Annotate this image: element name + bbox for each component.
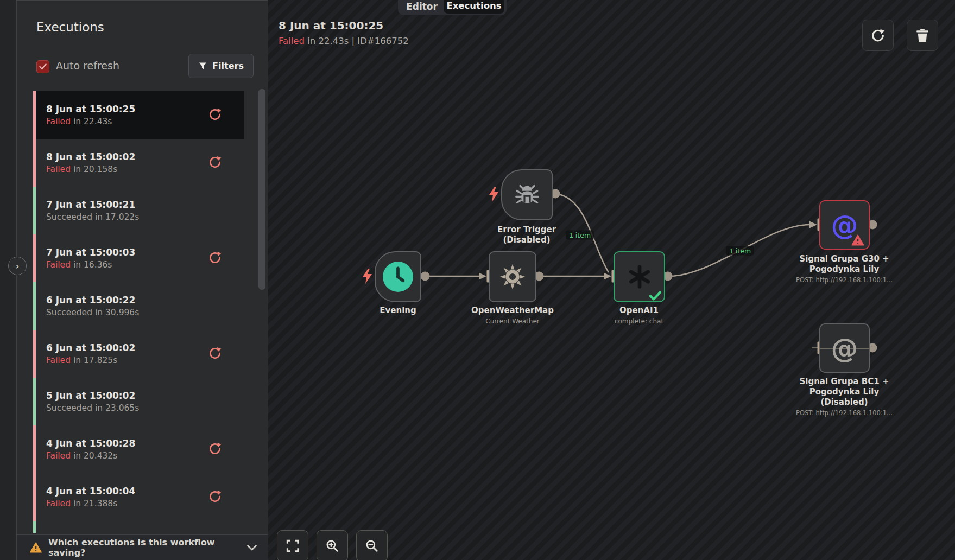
node-openweathermap[interactable] [489, 251, 536, 302]
execution-status-strip [33, 521, 36, 533]
at-sign-icon: @ [831, 212, 858, 239]
sidebar-footer[interactable]: Which executions is this workflow saving… [17, 534, 268, 560]
retry-execution-button[interactable] [208, 489, 222, 505]
sidebar-scrollbar[interactable] [258, 89, 265, 290]
editor-executions-tabbar: Editor Executions [398, 0, 507, 15]
execution-list-item[interactable]: 4 Jun at 15:00:04Failed in 21.388s [33, 473, 244, 521]
execution-status-strip [33, 425, 36, 473]
node-signal-g30[interactable]: @ [819, 200, 870, 250]
trigger-bolt-icon [361, 268, 374, 284]
node-disabled-tag: (Disabled) [796, 397, 893, 408]
execution-item-text: 7 Jun at 15:00:03Failed in 16.36s [33, 246, 135, 271]
label-signal-bc1: Signal Grupa BC1 + Pogodynka Lily (Disab… [796, 377, 893, 417]
filters-button[interactable]: Filters [188, 54, 254, 78]
execution-date: 7 Jun at 15:00:21 [46, 199, 139, 211]
retry-execution-button[interactable] [208, 251, 222, 266]
execution-status: Succeeded in 17.022s [46, 212, 139, 223]
execution-status: Failed in 21.388s [46, 498, 135, 510]
sidebar-title: Executions [36, 20, 104, 34]
executions-list: 8 Jun at 15:00:25Failed in 22.43s8 Jun a… [33, 91, 244, 533]
execution-list-item[interactable]: 8 Jun at 15:00:02Failed in 20.158s [33, 139, 244, 187]
execution-list-item[interactable]: 7 Jun at 15:00:03Failed in 16.36s [33, 234, 244, 282]
execution-status-strip [33, 234, 36, 282]
run-duration-id: in 22.43s | ID#166752 [307, 36, 409, 46]
bug-icon [515, 182, 540, 207]
node-name: Signal Grupa BC1 + [796, 377, 893, 387]
refresh-execution-button[interactable] [862, 20, 894, 51]
check-icon [39, 63, 47, 70]
node-name-line2: Pogodynka Lily [796, 387, 893, 397]
filter-funnel-icon [198, 61, 207, 71]
zoom-out-button[interactable] [356, 530, 388, 560]
execution-status: Failed in 20.158s [46, 164, 135, 175]
retry-execution-button[interactable] [208, 107, 222, 123]
retry-icon [208, 155, 222, 169]
node-name: OpenAI1 [615, 306, 663, 316]
retry-icon [208, 346, 222, 360]
execution-date: 4 Jun at 15:00:28 [46, 437, 135, 449]
execution-list-item[interactable]: 7 Jun at 15:00:21Succeeded in 17.022s [33, 187, 244, 234]
sun-icon [499, 263, 526, 290]
execution-item-text: 6 Jun at 15:00:02Failed in 17.825s [33, 342, 135, 366]
execution-list-item[interactable]: 4 Jun at 15:00:28Failed in 20.432s [33, 425, 244, 473]
execution-list-item[interactable]: 8 Jun at 15:00:25Failed in 22.43s [33, 91, 244, 139]
label-openai: OpenAI1 complete: chat [615, 306, 663, 325]
label-signal-g30: Signal Grupa G30 + Pogodynka Lily POST: … [796, 254, 893, 284]
clock-icon [383, 262, 413, 292]
execution-date: 8 Jun at 15:00:25 [46, 103, 135, 115]
execution-date: 7 Jun at 15:00:03 [46, 246, 135, 258]
node-operation: POST: http://192.168.1.100:1... [796, 409, 893, 417]
auto-refresh-checkbox[interactable] [36, 60, 49, 73]
node-openai[interactable] [614, 251, 665, 302]
execution-item-text: 6 Jun at 15:00:22Succeeded in 30.996s [33, 294, 139, 319]
trash-icon [916, 28, 929, 42]
execution-item-text: 7 Jun at 15:00:21Succeeded in 17.022s [33, 199, 139, 223]
execution-status-strip [33, 91, 36, 139]
zoom-in-icon [325, 539, 339, 553]
tab-editor[interactable]: Editor [400, 1, 444, 12]
execution-status-strip [33, 330, 36, 378]
node-operation: POST: http://192.168.1.100:1... [796, 276, 893, 284]
tab-executions[interactable]: Executions [444, 0, 504, 14]
node-disabled-tag: (Disabled) [497, 235, 556, 245]
run-title: 8 Jun at 15:00:25 [279, 18, 409, 33]
execution-status: Failed in 22.43s [46, 116, 135, 128]
execution-list-item[interactable]: 5 Jun at 15:00:02Succeeded in 23.065s [33, 378, 244, 425]
run-subtitle: Failed in 22.43s | ID#166752 [279, 36, 409, 46]
execution-list-item[interactable]: 6 Jun at 15:00:22Succeeded in 30.996s [33, 282, 244, 330]
execution-status: Failed in 20.432s [46, 450, 135, 462]
fit-view-button[interactable] [277, 530, 308, 560]
execution-item-text: 4 Jun at 15:00:28Failed in 20.432s [33, 437, 135, 462]
node-signal-bc1[interactable]: @ [819, 323, 870, 373]
warning-icon [30, 542, 42, 553]
retry-execution-button[interactable] [208, 346, 222, 362]
retry-execution-button[interactable] [208, 442, 222, 457]
execution-list-item[interactable]: 6 Jun at 15:00:02Failed in 17.825s [33, 330, 244, 378]
execution-item-text: 8 Jun at 15:00:02Failed in 20.158s [33, 151, 135, 175]
execution-status-strip [33, 378, 36, 425]
sidebar-expand-button[interactable]: › [8, 257, 27, 275]
fit-view-icon [286, 539, 300, 553]
execution-date: 5 Jun at 15:00:02 [46, 390, 139, 402]
execution-date: 6 Jun at 15:00:22 [46, 294, 139, 306]
chevron-right-icon: › [16, 261, 20, 271]
execution-status: Succeeded in 23.065s [46, 403, 139, 414]
filters-label: Filters [212, 61, 244, 71]
zoom-in-button[interactable] [317, 530, 348, 560]
execution-date: 4 Jun at 15:00:04 [46, 485, 135, 497]
execution-list-item[interactable] [33, 521, 244, 533]
executions-sidebar: Executions Auto refresh Filters 8 Jun at… [17, 0, 268, 560]
node-evening[interactable] [375, 251, 421, 302]
edge-items-label: 1 item [566, 231, 594, 240]
run-header: 8 Jun at 15:00:25 Failed in 22.43s | ID#… [279, 18, 409, 46]
execution-status: Failed in 16.36s [46, 259, 135, 271]
execution-status-strip [33, 187, 36, 234]
delete-execution-button[interactable] [907, 20, 938, 51]
label-evening: Evening [380, 306, 416, 316]
retry-execution-button[interactable] [208, 155, 222, 171]
node-error-trigger[interactable] [501, 169, 553, 220]
workflow-canvas[interactable]: Editor Executions 8 Jun at 15:00:25 Fail… [268, 0, 955, 560]
node-name: Signal Grupa G30 + [796, 254, 893, 264]
retry-icon [208, 442, 222, 456]
auto-refresh-label: Auto refresh [56, 60, 119, 72]
